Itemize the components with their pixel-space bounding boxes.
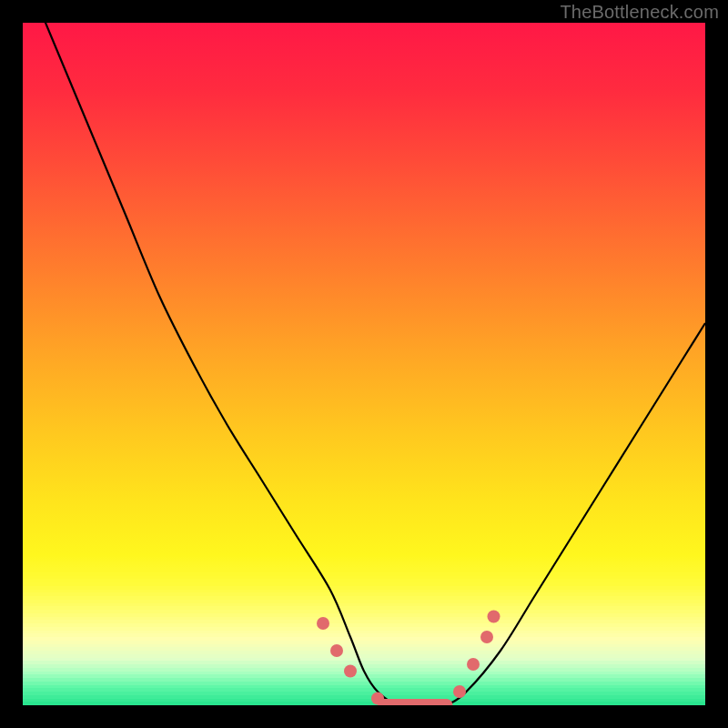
plot-area <box>23 23 705 705</box>
curve-marker <box>488 611 500 623</box>
watermark-text: TheBottleneck.com <box>560 2 719 23</box>
curve-marker <box>453 685 466 698</box>
chart-frame: TheBottleneck.com <box>0 0 728 728</box>
curve-marker <box>467 658 480 671</box>
curve-marker <box>330 644 343 657</box>
bottleneck-curve <box>23 23 705 705</box>
curve-marker <box>480 631 493 643</box>
curve-line <box>23 23 705 705</box>
curve-marker <box>344 665 357 678</box>
curve-marker <box>317 617 329 630</box>
curve-marker-bar <box>378 699 453 705</box>
